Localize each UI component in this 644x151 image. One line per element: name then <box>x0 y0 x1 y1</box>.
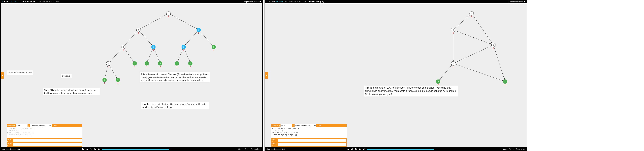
code-textarea[interactable] <box>271 127 347 138</box>
graph-node[interactable]: 11 <box>145 61 149 68</box>
var1-input[interactable] <box>14 139 82 141</box>
graph-node[interactable]: 43 <box>451 28 455 34</box>
svg-text:1: 1 <box>213 49 214 51</box>
skip-back-icon[interactable]: |◀ <box>82 148 84 150</box>
tab-recursion-dag[interactable]: RECURSION DAG (DP) <box>304 1 324 3</box>
graph-node[interactable]: 43 <box>136 28 140 34</box>
run-button[interactable]: Run <box>316 124 323 127</box>
mode-dropdown[interactable]: Exploration Mode <box>509 1 526 3</box>
graph-node[interactable]: 55 <box>166 12 170 18</box>
n-input[interactable] <box>280 124 292 127</box>
speed-control[interactable]: slow fast <box>266 148 285 150</box>
preset-select[interactable]: Fibonacci Numbers <box>294 124 316 127</box>
graph-node[interactable]: 21 <box>106 61 110 68</box>
replay-icon[interactable]: ↻ <box>90 148 92 150</box>
step-back-icon[interactable]: ◀| <box>86 148 88 150</box>
team-link[interactable]: Team <box>509 148 513 150</box>
chevron-down-icon <box>524 1 526 2</box>
svg-text:1: 1 <box>453 66 454 68</box>
mode-label: Exploration Mode <box>509 1 523 3</box>
svg-text:2: 2 <box>198 32 199 34</box>
sidebar-toggle[interactable]: ◀ <box>265 72 268 79</box>
trailing-whitespace <box>528 0 644 151</box>
graph-node[interactable]: 00 <box>188 61 192 68</box>
edge <box>184 49 190 62</box>
var1-label: var a1 = <box>7 138 13 142</box>
graph-node[interactable]: 11 <box>133 61 137 68</box>
graph-node[interactable]: 11 <box>212 45 216 51</box>
svg-text:2: 2 <box>453 62 454 64</box>
team-link[interactable]: Team <box>245 148 249 150</box>
edge <box>140 15 167 29</box>
graph-node[interactable]: 32 <box>197 28 201 34</box>
graph-node[interactable]: 11 <box>175 61 179 68</box>
graph-node[interactable]: 11 <box>102 78 106 84</box>
func-label: Function f( <box>271 124 280 127</box>
step-fwd-icon[interactable]: |▶ <box>94 148 96 150</box>
graph-node[interactable]: 00 <box>436 80 440 86</box>
graph-node[interactable]: 32 <box>121 45 125 51</box>
graph-node[interactable]: 32 <box>492 43 496 49</box>
graph-node[interactable]: 00 <box>116 78 120 84</box>
skip-fwd-icon[interactable]: ▶| <box>363 148 365 150</box>
about-link[interactable]: About <box>502 148 507 150</box>
svg-text:5: 5 <box>168 13 169 15</box>
progress-bar[interactable] <box>367 149 434 150</box>
terms-link[interactable]: Terms of use <box>516 148 526 150</box>
graph-node[interactable]: 11 <box>503 80 507 86</box>
edge <box>455 31 492 44</box>
logo: 7 VISUALGO <box>266 1 283 3</box>
step-fwd-icon[interactable]: |▶ <box>359 148 361 150</box>
svg-text:2: 2 <box>153 46 154 48</box>
svg-text:0: 0 <box>160 66 161 68</box>
edge <box>440 65 452 80</box>
close-paren: ): <box>292 124 294 127</box>
run-button[interactable]: Run <box>52 124 58 127</box>
mode-dropdown[interactable]: Exploration Mode <box>244 1 261 3</box>
tab-recursion-dag[interactable]: RECURSION DAG (DP) <box>40 1 60 3</box>
svg-text:3: 3 <box>453 32 454 34</box>
header: 7 VISUALGO RECURSION TREE RECURSION DAG … <box>1 0 262 3</box>
var2-input[interactable] <box>14 143 82 146</box>
edge <box>455 15 470 29</box>
graph-node[interactable]: 55 <box>470 12 474 18</box>
terms-link[interactable]: Terms of use <box>251 148 261 150</box>
svg-text:1: 1 <box>183 49 184 51</box>
edge <box>110 49 122 62</box>
code-textarea[interactable] <box>7 127 82 138</box>
graph-node[interactable]: 21 <box>451 61 455 68</box>
tab-recursion-tree[interactable]: RECURSION TREE <box>20 1 37 3</box>
edge <box>125 31 137 46</box>
sidebar-toggle[interactable]: ◀ <box>1 72 4 79</box>
svg-text:3: 3 <box>123 46 124 48</box>
edge <box>148 49 153 62</box>
tab-recursion-tree[interactable]: RECURSION TREE <box>285 1 302 3</box>
progress-bar[interactable] <box>102 149 169 150</box>
replay-icon[interactable]: ↻ <box>355 148 357 150</box>
step-back-icon[interactable]: ◀| <box>351 148 353 150</box>
preset-select[interactable]: Fibonacci Numbers <box>30 124 52 127</box>
svg-text:1: 1 <box>176 62 178 64</box>
svg-text:5: 5 <box>471 16 472 18</box>
skip-fwd-icon[interactable]: ▶| <box>98 148 100 150</box>
var1-input[interactable] <box>278 139 346 141</box>
header-tabs: RECURSION TREE RECURSION DAG (DP) <box>285 1 324 3</box>
svg-text:0: 0 <box>190 62 191 64</box>
svg-text:1: 1 <box>176 66 178 68</box>
panel-tree: 7 VISUALGO RECURSION TREE RECURSION DAG … <box>0 0 263 151</box>
var2-input[interactable] <box>278 143 346 146</box>
svg-text:4: 4 <box>453 29 454 31</box>
edge <box>200 31 212 46</box>
graph-node[interactable]: 00 <box>158 61 162 68</box>
svg-text:1: 1 <box>104 82 105 84</box>
logo-number: 7 <box>266 1 268 3</box>
footer-links: About Team Terms of use <box>502 148 526 150</box>
control-box: Function f( ): Fibonacci Numbers Run var… <box>7 124 82 147</box>
close-paren: ): <box>28 124 30 127</box>
edge <box>140 31 152 46</box>
n-input[interactable] <box>16 124 28 127</box>
speed-control[interactable]: slow fast <box>2 148 20 150</box>
skip-back-icon[interactable]: |◀ <box>347 148 349 150</box>
var1-label: var a1 = <box>272 138 278 142</box>
about-link[interactable]: About <box>238 148 242 150</box>
